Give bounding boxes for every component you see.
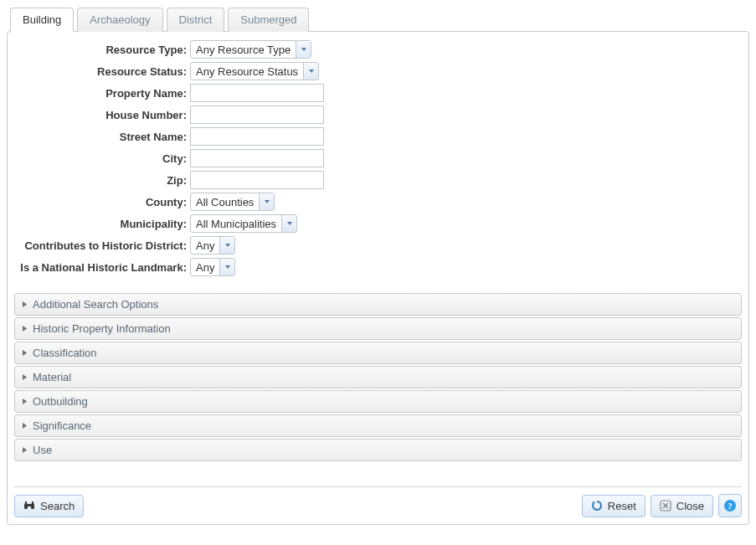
municipality-select[interactable]: All Municipalities bbox=[190, 214, 297, 233]
help-icon: ? bbox=[723, 499, 737, 512]
label-house-number: House Number: bbox=[14, 109, 190, 121]
zip-input[interactable] bbox=[190, 171, 324, 189]
select-value: Any bbox=[191, 259, 219, 275]
label-zip: Zip: bbox=[14, 174, 190, 187]
svg-rect-2 bbox=[28, 504, 31, 506]
close-icon bbox=[660, 500, 671, 512]
svg-rect-1 bbox=[31, 503, 34, 509]
svg-rect-0 bbox=[24, 503, 28, 509]
accordion-label: Material bbox=[33, 371, 71, 383]
contributes-select[interactable]: Any bbox=[190, 236, 235, 255]
accordion-material[interactable]: Material bbox=[14, 366, 742, 388]
triangle-right-icon bbox=[22, 398, 28, 405]
svg-rect-3 bbox=[25, 501, 27, 503]
select-value: All Counties bbox=[191, 193, 259, 210]
tab-archaeology[interactable]: Archaeology bbox=[77, 8, 162, 32]
property-name-input[interactable] bbox=[190, 84, 324, 102]
accordion-historic-property-information[interactable]: Historic Property Information bbox=[14, 317, 742, 340]
triangle-right-icon bbox=[22, 422, 28, 429]
label-contributes: Contributes to Historic District: bbox=[14, 239, 190, 252]
resource-status-select[interactable]: Any Resource Status bbox=[190, 62, 319, 80]
landmark-select[interactable]: Any bbox=[190, 258, 235, 276]
select-value: Any bbox=[191, 237, 219, 254]
binoculars-icon bbox=[23, 500, 35, 512]
triangle-right-icon bbox=[22, 301, 28, 308]
tab-label: Archaeology bbox=[90, 13, 150, 26]
resource-type-select[interactable]: Any Resource Type bbox=[190, 40, 311, 59]
triangle-right-icon bbox=[22, 373, 28, 381]
chevron-down-icon[interactable] bbox=[219, 237, 234, 254]
search-dialog: Building Archaeology District Submerged … bbox=[7, 7, 749, 525]
button-label: Reset bbox=[608, 500, 636, 512]
label-property-name: Property Name: bbox=[14, 87, 190, 100]
accordion-outbuilding[interactable]: Outbuilding bbox=[14, 390, 742, 413]
button-label: Close bbox=[676, 500, 704, 512]
accordion-label: Historic Property Information bbox=[33, 322, 171, 335]
label-county: County: bbox=[14, 196, 190, 208]
tab-label: Building bbox=[23, 13, 61, 26]
tab-strip: Building Archaeology District Submerged bbox=[10, 7, 749, 31]
accordion-label: Classification bbox=[33, 347, 97, 359]
svg-rect-4 bbox=[32, 501, 33, 503]
tab-label: District bbox=[179, 13, 213, 26]
triangle-right-icon bbox=[22, 349, 28, 357]
undo-icon bbox=[591, 500, 603, 512]
county-select[interactable]: All Counties bbox=[190, 193, 275, 211]
button-label: Search bbox=[40, 500, 75, 512]
tab-submerged[interactable]: Submerged bbox=[228, 8, 309, 32]
help-button[interactable]: ? bbox=[718, 494, 742, 517]
close-button[interactable]: Close bbox=[651, 495, 713, 517]
accordion-label: Additional Search Options bbox=[33, 298, 158, 311]
select-value: All Municipalities bbox=[191, 215, 281, 232]
accordion-classification[interactable]: Classification bbox=[14, 342, 742, 364]
accordion-additional-search-options[interactable]: Additional Search Options bbox=[14, 293, 742, 316]
city-input[interactable] bbox=[190, 149, 324, 167]
tab-district[interactable]: District bbox=[167, 8, 225, 32]
chevron-down-icon[interactable] bbox=[259, 193, 274, 210]
search-button[interactable]: Search bbox=[14, 495, 84, 517]
label-landmark: Is a National Historic Landmark: bbox=[14, 261, 190, 274]
accordion-label: Significance bbox=[33, 419, 91, 432]
chevron-down-icon[interactable] bbox=[219, 259, 234, 275]
accordion-significance[interactable]: Significance bbox=[14, 414, 742, 437]
select-value: Any Resource Type bbox=[191, 41, 296, 58]
tab-label: Submerged bbox=[240, 13, 296, 26]
select-value: Any Resource Status bbox=[191, 63, 303, 80]
accordion-group: Additional Search Options Historic Prope… bbox=[14, 293, 742, 461]
label-street-name: Street Name: bbox=[14, 131, 190, 143]
label-municipality: Municipality: bbox=[14, 218, 190, 230]
triangle-right-icon bbox=[22, 446, 28, 454]
street-name-input[interactable] bbox=[190, 127, 324, 146]
accordion-label: Outbuilding bbox=[33, 395, 88, 408]
triangle-right-icon bbox=[22, 325, 28, 332]
house-number-input[interactable] bbox=[190, 105, 324, 124]
button-bar: Search Reset C bbox=[14, 486, 742, 517]
accordion-use[interactable]: Use bbox=[14, 439, 742, 461]
svg-text:?: ? bbox=[728, 501, 733, 511]
label-resource-status: Resource Status: bbox=[14, 65, 190, 78]
tab-building[interactable]: Building bbox=[10, 8, 74, 32]
reset-button[interactable]: Reset bbox=[582, 495, 645, 517]
chevron-down-icon[interactable] bbox=[303, 63, 318, 80]
label-city: City: bbox=[14, 152, 190, 165]
label-resource-type: Resource Type: bbox=[14, 44, 190, 56]
chevron-down-icon[interactable] bbox=[281, 215, 296, 232]
tab-panel-building: Resource Type: Any Resource Type Resourc… bbox=[7, 31, 749, 525]
accordion-label: Use bbox=[33, 444, 52, 456]
chevron-down-icon[interactable] bbox=[296, 41, 311, 58]
